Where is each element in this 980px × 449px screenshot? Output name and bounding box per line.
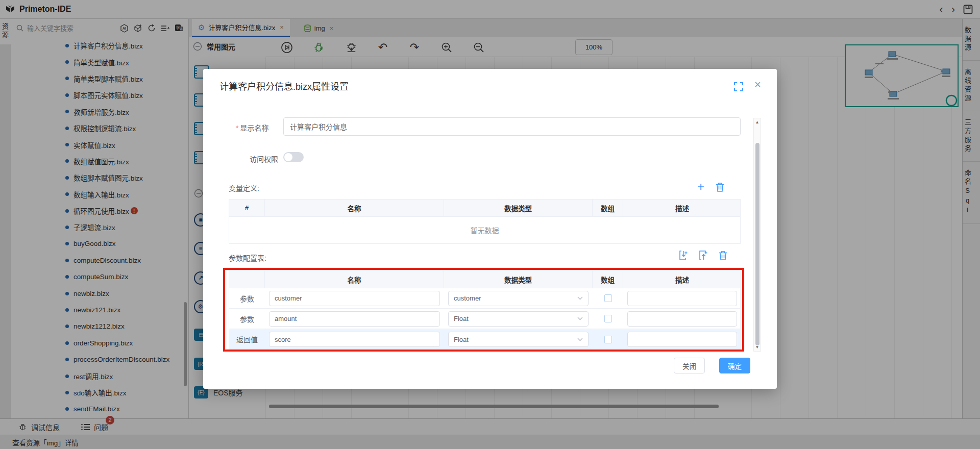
- column-header: 数组: [593, 271, 623, 288]
- parameter-table-header: 名称数据类型数组描述: [229, 271, 740, 288]
- access-label: 访问权限: [250, 154, 278, 164]
- dialog-close-icon[interactable]: ×: [754, 78, 761, 91]
- scroll-up-icon[interactable]: ▲: [754, 120, 761, 124]
- delete-params-icon[interactable]: [719, 251, 727, 260]
- parameter-table-body: 参数customercustomer参数amountFloat返回值scoreF…: [229, 288, 740, 350]
- variable-table-header: #名称数据类型数组描述: [229, 199, 740, 217]
- parameter-row: 参数customercustomer: [229, 288, 740, 309]
- export-params-icon[interactable]: [699, 251, 708, 260]
- display-name-label: *显示名称: [236, 122, 268, 133]
- column-header: [229, 271, 265, 288]
- column-header: 描述: [623, 271, 741, 288]
- required-asterisk: *: [236, 124, 238, 132]
- dialog-scrollbar-thumb[interactable]: [755, 143, 760, 345]
- properties-dialog: 计算客户积分信息.bizx属性设置 × ▲ ▼ *显示名称 访问权限 变量定义:…: [203, 69, 777, 389]
- column-header: #: [229, 199, 265, 216]
- column-header: 数据类型: [444, 271, 593, 288]
- dialog-scrollbar[interactable]: ▲ ▼: [753, 118, 761, 352]
- var-section-label: 变量定义:: [229, 183, 259, 193]
- param-name-input[interactable]: score: [269, 332, 440, 347]
- import-params-icon[interactable]: [679, 251, 689, 260]
- param-description-input[interactable]: [627, 311, 737, 327]
- param-array-checkbox[interactable]: [604, 315, 612, 322]
- column-header: 名称: [265, 271, 444, 288]
- param-description-input[interactable]: [627, 332, 737, 347]
- param-name-input[interactable]: customer: [269, 291, 440, 306]
- dialog-title: 计算客户积分信息.bizx属性设置: [219, 79, 349, 92]
- param-type-select[interactable]: customer: [448, 291, 589, 306]
- close-button[interactable]: 关闭: [674, 358, 705, 373]
- confirm-button[interactable]: 确定: [719, 358, 750, 373]
- chevron-down-icon: [577, 317, 583, 320]
- param-section-label: 参数配置表:: [229, 253, 266, 263]
- add-variable-icon[interactable]: +: [697, 181, 704, 193]
- param-array-checkbox[interactable]: [604, 294, 612, 302]
- access-toggle[interactable]: [283, 152, 304, 162]
- parameter-row: 参数amountFloat: [229, 309, 740, 329]
- parameter-row: 返回值scoreFloat: [229, 329, 740, 350]
- column-header: 名称: [265, 199, 444, 216]
- parameter-table: 名称数据类型数组描述 参数customercustomer参数amountFlo…: [229, 270, 741, 350]
- param-type-select[interactable]: Float: [448, 311, 589, 327]
- chevron-down-icon: [577, 296, 583, 300]
- param-name-input[interactable]: amount: [269, 311, 440, 327]
- variable-table: #名称数据类型数组描述 暂无数据: [229, 199, 741, 244]
- param-kind-label: 返回值: [229, 334, 265, 344]
- column-header: 描述: [623, 199, 741, 216]
- fullscreen-icon[interactable]: [734, 82, 743, 91]
- scroll-down-icon[interactable]: ▼: [754, 345, 761, 350]
- display-name-input[interactable]: [283, 117, 741, 136]
- param-kind-label: 参数: [229, 314, 265, 324]
- app-window: Primeton-IDE ‹ › 资源 输入关键字搜索 AI: [0, 0, 980, 449]
- param-array-checkbox[interactable]: [604, 336, 612, 343]
- chevron-down-icon: [577, 338, 583, 341]
- param-kind-label: 参数: [229, 293, 265, 304]
- column-header: 数据类型: [444, 199, 593, 216]
- param-description-input[interactable]: [627, 291, 737, 306]
- variable-table-empty: 暂无数据: [229, 217, 740, 243]
- delete-variable-icon[interactable]: [716, 182, 724, 192]
- param-type-select[interactable]: Float: [448, 332, 589, 347]
- column-header: 数组: [593, 199, 623, 216]
